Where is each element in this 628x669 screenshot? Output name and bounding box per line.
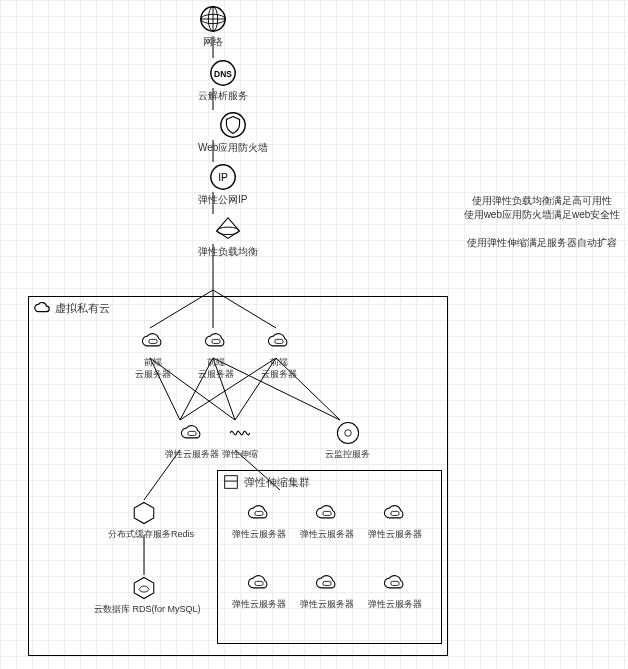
auto-scaling-icon	[227, 420, 253, 446]
ecs-node: 弹性云服务器	[165, 420, 219, 460]
hexagon-icon	[131, 500, 157, 526]
auto-scaling-node: 弹性伸缩	[222, 420, 258, 460]
fe3-label: 前端 云服务器	[261, 356, 297, 380]
eye-icon	[335, 420, 361, 446]
waf-label: Web应用防火墙	[198, 142, 268, 154]
svg-marker-36	[134, 502, 154, 523]
dns-icon: DNS	[208, 58, 238, 88]
eip-label: 弹性公网IP	[198, 194, 247, 206]
asg-server-label: 弹性云服务器	[368, 598, 422, 610]
svg-rect-38	[225, 476, 238, 489]
asg-server-5: 弹性云服务器	[300, 570, 354, 610]
cloud-server-icon	[382, 500, 408, 526]
dns-node: DNS 云解析服务	[198, 58, 248, 102]
annotation-3: 使用弹性伸缩满足服务器自动扩容	[458, 236, 626, 250]
database-icon	[131, 575, 157, 601]
cloud-icon	[33, 299, 51, 317]
asg-server-label: 弹性云服务器	[300, 598, 354, 610]
svg-text:DNS: DNS	[214, 69, 232, 79]
asg-server-label: 弹性云服务器	[368, 528, 422, 540]
monitor-label: 云监控服务	[325, 448, 370, 460]
cloud-server-icon	[203, 328, 229, 354]
asg-server-3: 弹性云服务器	[368, 500, 422, 540]
cloud-server-icon	[314, 570, 340, 596]
rds-node: 云数据库 RDS(for MySQL)	[94, 575, 194, 615]
cloud-server-icon	[246, 500, 272, 526]
asg-server-label: 弹性云服务器	[232, 598, 286, 610]
fe1-label: 前端 云服务器	[135, 356, 171, 380]
as-label: 弹性伸缩	[222, 448, 258, 460]
svg-marker-37	[134, 577, 154, 598]
asg-server-label: 弹性云服务器	[300, 528, 354, 540]
svg-point-34	[337, 422, 358, 443]
elb-node: 弹性负载均衡	[198, 214, 258, 258]
eip-node: IP 弹性公网IP	[198, 162, 247, 206]
waf-node: Web应用防火墙	[198, 110, 268, 154]
asg-server-6: 弹性云服务器	[368, 570, 422, 610]
elb-label: 弹性负载均衡	[198, 246, 258, 258]
network-node: 网络	[198, 4, 228, 48]
cloud-server-icon	[140, 328, 166, 354]
vpc-title: 虚拟私有云	[55, 301, 110, 316]
frontend-server-3: 前端 云服务器	[261, 328, 297, 380]
ip-icon: IP	[208, 162, 238, 192]
asg-server-label: 弹性云服务器	[232, 528, 286, 540]
svg-text:IP: IP	[218, 172, 228, 183]
cloud-server-icon	[382, 570, 408, 596]
asg-title: 弹性伸缩集群	[244, 475, 310, 490]
ecs-label: 弹性云服务器	[165, 448, 219, 460]
frontend-server-1: 前端 云服务器	[135, 328, 171, 380]
monitor-node: 云监控服务	[325, 420, 370, 460]
network-label: 网络	[198, 36, 228, 48]
rds-label: 云数据库 RDS(for MySQL)	[94, 603, 194, 615]
annotation-2: 使用web应用防火墙满足web安全性	[458, 208, 626, 222]
cloud-server-icon	[314, 500, 340, 526]
annotation-1: 使用弹性负载均衡满足高可用性	[458, 194, 626, 208]
asg-server-2: 弹性云服务器	[300, 500, 354, 540]
cloud-server-icon	[266, 328, 292, 354]
redis-node: 分布式缓存服务Redis	[108, 500, 180, 540]
globe-icon	[198, 4, 228, 34]
asg-server-4: 弹性云服务器	[232, 570, 286, 610]
dns-label: 云解析服务	[198, 90, 248, 102]
frontend-server-2: 前端 云服务器	[198, 328, 234, 380]
shield-icon	[218, 110, 248, 140]
cloud-server-icon	[246, 570, 272, 596]
layers-icon	[222, 473, 240, 491]
load-balancer-icon	[213, 214, 243, 244]
cloud-server-icon	[179, 420, 205, 446]
asg-server-1: 弹性云服务器	[232, 500, 286, 540]
redis-label: 分布式缓存服务Redis	[108, 528, 180, 540]
asg-container: 弹性伸缩集群	[217, 470, 442, 644]
fe2-label: 前端 云服务器	[198, 356, 234, 380]
